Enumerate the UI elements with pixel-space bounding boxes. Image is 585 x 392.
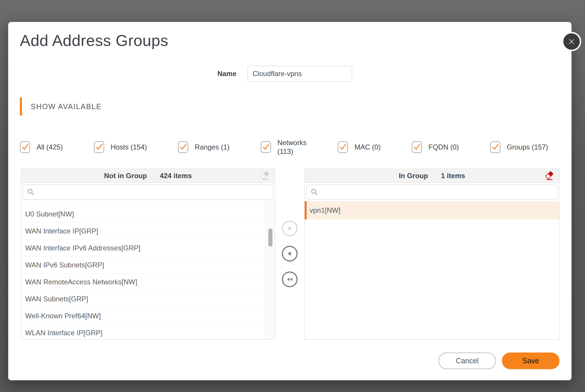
- filter-label: Groups (157): [507, 143, 548, 152]
- filter-label: Networks(113): [277, 138, 307, 156]
- list-item[interactable]: WLAN Interface IP[GRP]: [21, 324, 265, 340]
- filter-checkbox[interactable]: [20, 141, 30, 153]
- check-icon: [179, 143, 187, 151]
- list-item[interactable]: Well-Known Pref64[NW]: [21, 307, 265, 324]
- scrollbar-track[interactable]: [265, 200, 275, 339]
- not-in-group-search-box: [23, 185, 273, 200]
- arrow-right-icon: [287, 225, 293, 232]
- filter-label: Ranges (1): [195, 143, 229, 152]
- check-icon: [413, 143, 421, 151]
- double-arrow-left-icon: [286, 276, 293, 283]
- in-group-list: vpn1[NW]: [305, 201, 559, 219]
- move-all-left-button[interactable]: [282, 271, 298, 287]
- name-label: Name: [195, 69, 236, 79]
- add-address-groups-dialog: Add Address Groups Name SHOW AVAILABLE A…: [8, 22, 572, 380]
- filter-item: Ranges (1): [178, 141, 229, 153]
- cut-off-row: [21, 201, 265, 205]
- name-input[interactable]: [248, 66, 352, 82]
- filter-item: All (425): [20, 141, 63, 153]
- in-group-search-input[interactable]: [321, 185, 557, 199]
- close-button[interactable]: [562, 32, 581, 51]
- not-in-group-count: 424 items: [160, 172, 192, 180]
- not-in-group-title: Not in Group: [104, 172, 147, 180]
- in-group-title: In Group: [399, 172, 428, 180]
- check-icon: [95, 143, 103, 151]
- list-item[interactable]: U0 Subnet[NW]: [21, 205, 265, 222]
- scrollbar-thumb[interactable]: [268, 228, 272, 247]
- check-icon: [262, 143, 270, 151]
- search-icon: [27, 188, 35, 196]
- move-left-button[interactable]: [282, 246, 298, 262]
- in-group-header: In Group 1 items: [304, 169, 560, 183]
- filter-item: FQDN (0): [412, 141, 459, 153]
- panel-not-in-group: Not in Group 424 items: [21, 169, 275, 340]
- list-item[interactable]: WAN Interface IP[GRP]: [21, 222, 265, 239]
- dialog-title: Add Address Groups: [20, 31, 168, 49]
- not-in-group-header: Not in Group 424 items: [21, 169, 275, 183]
- filter-checkbox-row: All (425)Hosts (154)Ranges (1)Networks(1…: [20, 135, 548, 159]
- clear-in-group-button[interactable]: [545, 171, 555, 181]
- filter-checkbox[interactable]: [178, 141, 188, 153]
- clear-not-in-group-button[interactable]: [260, 171, 270, 181]
- close-icon: [568, 38, 575, 45]
- panel-in-group: In Group 1 items: [304, 169, 560, 340]
- show-available-section: SHOW AVAILABLE: [20, 97, 102, 116]
- filter-checkbox[interactable]: [94, 141, 104, 153]
- not-in-group-list: U0 Subnet[NW]WAN Interface IP[GRP]WAN In…: [21, 201, 265, 340]
- list-item[interactable]: WAN RemoteAccess Networks[NW]: [21, 273, 265, 290]
- filter-label: MAC (0): [354, 143, 380, 152]
- list-item[interactable]: WAN Subnets[GRP]: [21, 290, 265, 307]
- check-icon: [491, 143, 499, 151]
- filter-item: Networks(113): [261, 138, 307, 156]
- arrow-left-icon: [287, 250, 293, 257]
- section-title: SHOW AVAILABLE: [31, 102, 102, 111]
- section-accent-bar: [20, 97, 22, 116]
- save-button[interactable]: Save: [502, 353, 560, 369]
- filter-checkbox[interactable]: [338, 141, 348, 153]
- filter-label: Hosts (154): [111, 143, 147, 152]
- list-item[interactable]: WAN Interface IPv6 Addresses[GRP]: [21, 239, 265, 256]
- cancel-button[interactable]: Cancel: [438, 353, 496, 369]
- list-item[interactable]: WAN IPv6 Subnets[GRP]: [21, 256, 265, 273]
- filter-item: Groups (157): [490, 141, 548, 153]
- not-in-group-search-input[interactable]: [38, 185, 273, 199]
- filter-checkbox[interactable]: [490, 141, 500, 153]
- filter-checkbox[interactable]: [261, 141, 271, 153]
- filter-checkbox[interactable]: [412, 141, 422, 153]
- check-icon: [339, 143, 347, 151]
- move-right-button[interactable]: [282, 221, 298, 236]
- filter-label: FQDN (0): [428, 143, 459, 152]
- filter-item: Hosts (154): [94, 141, 147, 153]
- filter-item: MAC (0): [338, 141, 380, 153]
- in-group-count: 1 items: [441, 172, 465, 180]
- search-icon: [311, 188, 318, 196]
- in-group-body: vpn1[NW]: [304, 183, 560, 340]
- list-item-selected[interactable]: vpn1[NW]: [305, 201, 559, 219]
- check-icon: [21, 143, 29, 151]
- filter-label: All (425): [37, 143, 63, 152]
- eraser-icon: [260, 177, 270, 182]
- in-group-search-box: [306, 185, 557, 200]
- eraser-icon-red: [545, 177, 555, 182]
- not-in-group-body: U0 Subnet[NW]WAN Interface IP[GRP]WAN In…: [21, 183, 275, 340]
